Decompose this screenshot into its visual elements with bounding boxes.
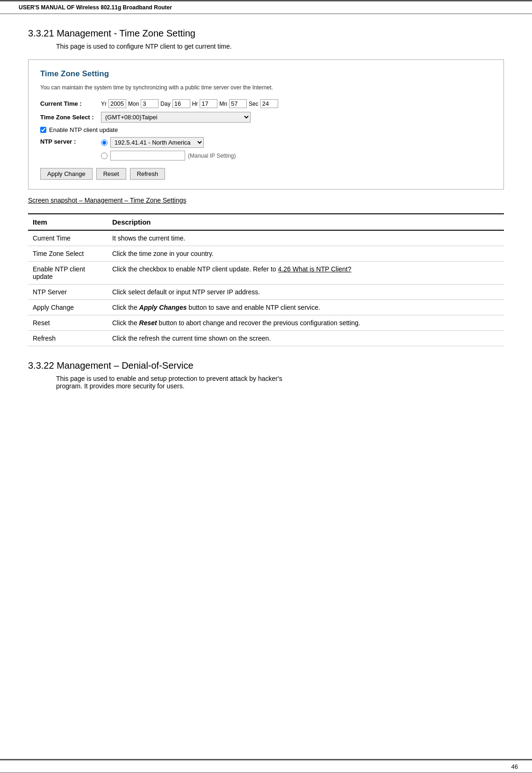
ntp-server-select[interactable]: 192.5.41.41 - North America xyxy=(110,137,204,148)
description-table: Item Description Current TimeIt shows th… xyxy=(28,213,504,346)
bottom-bar: 46 xyxy=(0,759,532,773)
table-cell-item: Time Zone Select xyxy=(28,246,108,262)
table-cell-desc: Click the checkbox to enable NTP client … xyxy=(108,262,504,284)
timezone-select[interactable]: (GMT+08:00)Taipei xyxy=(101,112,251,123)
table-row: RefreshClick the refresh the current tim… xyxy=(28,331,504,346)
table-row: Apply ChangeClick the Apply Changes butt… xyxy=(28,300,504,315)
timezone-label: Time Zone Select : xyxy=(40,114,101,121)
timezone-row: Time Zone Select : (GMT+08:00)Taipei xyxy=(40,112,492,123)
snapshot-label: Screen snapshot – Management – Time Zone… xyxy=(28,197,187,204)
table-row: NTP ServerClick select default or input … xyxy=(28,284,504,300)
page-number: 46 xyxy=(511,763,518,770)
day-label: Day xyxy=(160,101,170,107)
header-title: USER'S MANUAL OF Wireless 802.11g Broadb… xyxy=(19,4,172,11)
ntp-options: 192.5.41.41 - North America (Manual IP S… xyxy=(101,137,236,160)
reset-button[interactable]: Reset xyxy=(96,168,126,180)
mon-input[interactable] xyxy=(141,99,158,108)
section-321-title: 3.3.21 Management - Time Zone Setting xyxy=(28,28,504,39)
table-cell-desc: It shows the current time. xyxy=(108,230,504,246)
ntp-server-label: NTP server : xyxy=(40,137,101,145)
button-row: Apply Change Reset Refresh xyxy=(40,168,492,180)
ntp-server-row: NTP server : 192.5.41.41 - North America… xyxy=(40,137,492,160)
ntp-manual-input[interactable] xyxy=(110,151,185,160)
table-cell-desc: Click the Reset button to abort change a… xyxy=(108,315,504,331)
section-321-desc: This page is used to configure NTP clien… xyxy=(56,43,504,50)
table-cell-item: Enable NTP client update xyxy=(28,262,108,284)
time-input-group: Yr Mon Day Hr Mn Sec xyxy=(101,99,278,108)
table-cell-item: Apply Change xyxy=(28,300,108,315)
section-322-title: 3.3.22 Management – Denial-of-Service xyxy=(28,360,504,371)
table-row: Current TimeIt shows the current time. xyxy=(28,230,504,246)
time-zone-panel: Time Zone Setting You can maintain the s… xyxy=(28,59,504,190)
top-bar: USER'S MANUAL OF Wireless 802.11g Broadb… xyxy=(0,0,532,14)
ntp-default-row: 192.5.41.41 - North America xyxy=(101,137,236,148)
manual-ip-label: (Manual IP Setting) xyxy=(188,153,236,159)
ntp-manual-radio[interactable] xyxy=(101,153,108,159)
apply-change-button[interactable]: Apply Change xyxy=(40,168,93,180)
day-input[interactable] xyxy=(173,99,190,108)
table-row: Time Zone SelectClick the time zone in y… xyxy=(28,246,504,262)
table-cell-item: Refresh xyxy=(28,331,108,346)
panel-title: Time Zone Setting xyxy=(40,69,492,79)
current-time-row: Current Time : Yr Mon Day Hr Mn Sec xyxy=(40,99,492,108)
refresh-button[interactable]: Refresh xyxy=(130,168,165,180)
table-cell-item: Reset xyxy=(28,315,108,331)
table-cell-desc: Click the time zone in your country. xyxy=(108,246,504,262)
sec-input[interactable] xyxy=(260,99,278,108)
col-desc: Description xyxy=(108,214,504,230)
sec-label: Sec xyxy=(249,101,259,107)
table-cell-desc: Click select default or input NTP server… xyxy=(108,284,504,300)
mon-label: Mon xyxy=(128,101,139,107)
table-cell-desc: Click the Apply Changes button to save a… xyxy=(108,300,504,315)
panel-subtitle: You can maintain the system time by sync… xyxy=(40,84,492,91)
mn-label: Mn xyxy=(219,101,227,107)
ntp-default-radio[interactable] xyxy=(101,139,108,146)
mn-input[interactable] xyxy=(229,99,247,108)
section-322-desc1: This page is used to enable and setup pr… xyxy=(56,375,504,390)
table-row: ResetClick the Reset button to abort cha… xyxy=(28,315,504,331)
table-cell-item: Current Time xyxy=(28,230,108,246)
yr-input[interactable] xyxy=(108,99,126,108)
enable-ntp-checkbox[interactable] xyxy=(40,127,46,133)
hr-input[interactable] xyxy=(200,99,217,108)
ntp-manual-row: (Manual IP Setting) xyxy=(101,151,236,160)
current-time-label: Current Time : xyxy=(40,100,101,107)
table-cell-desc: Click the refresh the current time shown… xyxy=(108,331,504,346)
enable-ntp-row: Enable NTP client update xyxy=(40,126,492,133)
enable-ntp-label: Enable NTP client update xyxy=(49,126,118,133)
col-item: Item xyxy=(28,214,108,230)
main-content: 3.3.21 Management - Time Zone Setting Th… xyxy=(0,14,532,413)
yr-label: Yr xyxy=(101,101,107,107)
hr-label: Hr xyxy=(192,101,198,107)
table-cell-item: NTP Server xyxy=(28,284,108,300)
table-row: Enable NTP client updateClick the checkb… xyxy=(28,262,504,284)
